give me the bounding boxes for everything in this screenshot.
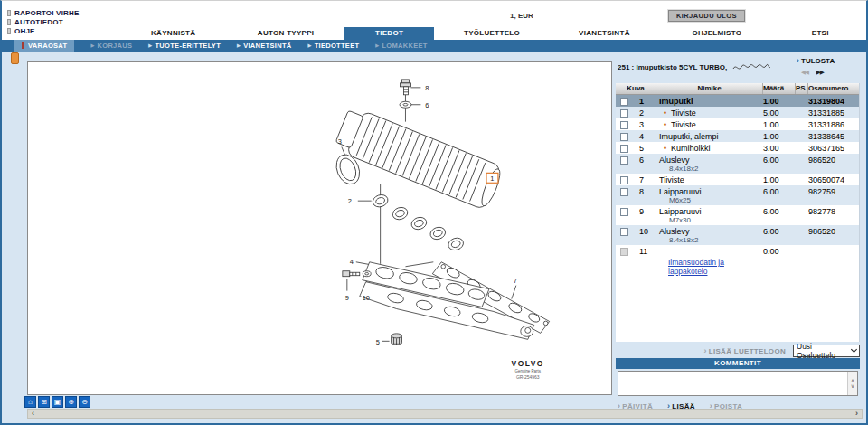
table-row[interactable]: 2 •Tiiviste 5.00 31331885 [616,107,859,118]
table-row[interactable]: 7 Tiiviste 1.00 30650074 [616,174,859,185]
pan-icon[interactable]: ⊞ [38,396,50,408]
tab-auton-tyyppi[interactable]: AUTON TYYPPI [227,27,344,40]
menu-item-report-error[interactable]: RAPORTOI VIRHE [7,9,80,17]
redacted-scribble [731,62,771,71]
print-link[interactable]: ›TULOSTA [797,56,835,65]
link-arrow-icon: › [667,401,670,411]
chevron-right-icon: ▶ [90,40,94,52]
column-header-nimike[interactable]: Nimike [656,83,763,94]
add-comment-button[interactable]: ›LISÄÄ [667,401,695,411]
link-arrow-icon: › [797,56,799,65]
chevron-right-icon: ▶ [375,40,379,52]
delete-comment-button: ›POISTA [710,401,742,411]
tab-ohjelmisto[interactable]: OHJELMISTO [659,27,774,40]
part-name: •Tiiviste [656,107,763,118]
related-section-link[interactable]: Ilmansuodatin ja läppäkotelo [668,258,763,276]
table-row[interactable]: 9 LaipparuuviM7x30 6.00 982778 [616,205,859,225]
table-header: Kuva Nimike Määrä PS Osanumero [616,83,859,95]
row-checkbox[interactable] [620,208,628,216]
column-header-osanumero[interactable]: Osanumero [808,83,859,94]
menu-item-vehicle-info[interactable]: AUTOTIEDOT [7,18,80,26]
subtab-lomakkeet[interactable]: ▶ LOMAKKEET [375,40,427,52]
comments-header: KOMMENTIT [616,358,860,369]
table-row[interactable]: 5 •Kumiholkki 3.00 30637165 [616,142,859,154]
row-checkbox[interactable] [620,98,628,106]
callout-5: 5 [376,338,380,346]
parts-list-dropdown[interactable]: Uusi Osaluettelo [793,345,860,357]
active-marker-icon [22,42,24,49]
scroll-down-icon[interactable]: ∨ [851,383,854,389]
callout-2: 2 [348,197,352,205]
table-row[interactable]: 11 Ilmansuodatin ja läppäkotelo 0.00 [616,245,859,269]
figure-pager: ◀◀ ▶▶ [801,69,824,76]
tab-vianetsinta[interactable]: VIANETSINTÄ [550,27,659,40]
exploded-parts-diagram: 8 6 3 2 4 9 10 7 5 1 VOLVO [28,62,611,394]
part-name: Tiiviste [656,174,763,184]
part-name: Aluslevy8.4x18x2 [656,225,763,244]
zoom-in-icon[interactable]: ⊕ [65,396,77,408]
part-number: 30650074 [808,174,859,184]
table-row[interactable]: 1 Imuputki 1.00 31319804 [616,95,859,107]
upper-manifold [333,106,505,212]
subtab-tuote-erittelyt[interactable]: ▶ TUOTE-ERITTELYT [148,40,221,52]
column-header-maara[interactable]: Määrä [763,83,796,94]
logout-button[interactable]: KIRJAUDU ULOS [668,10,745,22]
table-row[interactable]: 4 Imuputki, alempi 1.00 31338645 [616,130,859,142]
washer-10 [363,271,371,277]
row-checkbox[interactable] [620,109,628,118]
update-comment-button: ›PÄIVITÄ [618,401,653,411]
tab-kaynnista[interactable]: KÄYNNISTÄ [119,27,227,40]
comment-scrollbar[interactable]: ∧ ∨ [847,372,857,395]
content-area: 8 6 3 2 4 9 10 7 5 1 VOLVO [2,52,866,422]
callout-9: 9 [345,294,349,302]
tab-tiedot[interactable]: TIEDOT [344,27,435,40]
table-row[interactable]: 3 •Tiiviste 1.00 31331886 [616,118,859,130]
diagram-toolbar: ⌂ ⊞ ▣ ⊕ ⊖ [24,396,92,408]
row-checkbox[interactable] [620,188,628,196]
application-window: RAPORTOI VIRHE AUTOTIEDOT OHJE 1, EUR KI… [0,0,868,425]
fit-view-icon[interactable]: ⌂ [24,396,36,408]
main-tab-bar: KÄYNNISTÄ AUTON TYYPPI TIEDOT TYÖLUETTEL… [2,27,866,40]
washer-6 [400,101,411,108]
row-checkbox[interactable] [620,176,628,184]
part-name: LaipparuuviM6x25 [656,185,763,204]
zoom-window-icon[interactable]: ▣ [52,396,63,408]
table-row[interactable]: 8 LaipparuuviM6x25 6.00 982759 [616,185,859,205]
table-row[interactable]: 10 Aluslevy8.4x18x2 6.00 986520 [616,225,859,245]
callout-4: 4 [350,258,354,266]
chevron-right-icon: ▶ [148,40,152,52]
tab-etsi[interactable]: ETSI [775,27,867,40]
row-checkbox[interactable] [620,133,628,141]
sub-part-bullet-icon: • [659,120,671,129]
scroll-left-icon[interactable]: ‹ [28,410,38,418]
column-header-kuva[interactable]: Kuva [616,83,656,94]
comment-box: ∧ ∨ [618,371,858,396]
column-header-ps[interactable]: PS [796,83,808,94]
callout-1-box: 1 [486,173,498,183]
part-name: Aluslevy8.4x18x2 [656,154,763,173]
part-number: 31331886 [808,118,859,129]
next-figure-icon[interactable]: ▶▶ [816,69,824,75]
subtab-tiedotteet[interactable]: ▶ TIEDOTTEET [308,40,360,52]
zoom-out-icon[interactable]: ⊖ [79,396,90,408]
volvo-logo: VOLVO Genuine Parts GR-254963 [512,359,544,380]
row-checkbox[interactable] [620,156,628,165]
row-checkbox[interactable] [620,145,628,153]
sub-tab-bar: VARAOSAT ▶ KORJAUS ▶ TUOTE-ERITTELYT ▶ V… [2,40,866,52]
scroll-right-icon[interactable]: › [852,410,862,418]
bookmark-icon[interactable] [11,52,19,64]
comment-input[interactable] [618,372,847,395]
subtab-varaosat[interactable]: VARAOSAT [14,40,74,52]
row-checkbox[interactable] [620,121,628,129]
currency-indicator: 1, EUR [510,12,533,20]
subtab-korjaus[interactable]: ▶ KORJAUS [90,40,132,52]
subtab-vianetsinta[interactable]: ▶ VIANETSINTÄ [237,40,291,52]
table-row[interactable]: 6 Aluslevy8.4x18x2 6.00 986520 [616,154,859,174]
part-name: •Kumiholkki [656,142,763,153]
previous-figure-icon: ◀◀ [801,69,808,75]
svg-text:Genuine Parts: Genuine Parts [514,369,541,373]
part-number: 986520 [808,225,859,236]
row-checkbox[interactable] [620,228,628,236]
tab-tyoluettelo[interactable]: TYÖLUETTELO [434,27,549,40]
add-to-list-link[interactable]: ›LISÄÄ LUETTELOON [703,346,786,355]
